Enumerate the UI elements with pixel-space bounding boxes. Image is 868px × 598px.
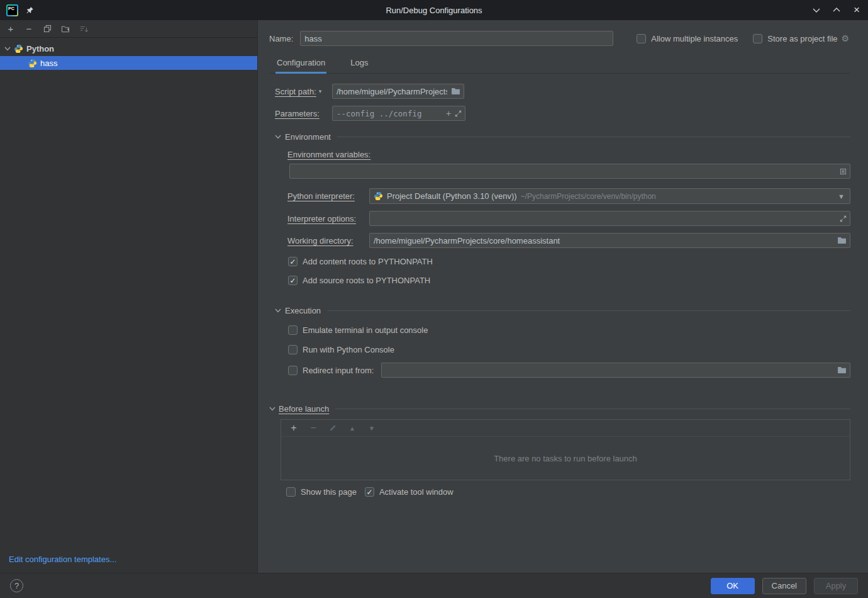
remove-task-icon[interactable]: −	[308, 423, 318, 433]
pycharm-logo-icon[interactable]: PC	[6, 4, 18, 16]
redirect-input-field	[381, 363, 850, 378]
add-source-roots-checkbox[interactable]	[288, 276, 298, 285]
chevron-down-icon	[275, 135, 281, 139]
show-this-page-label: Show this page	[301, 487, 357, 497]
before-launch-section-label: Before launch	[279, 404, 329, 414]
working-directory-label: Working directory:	[287, 236, 369, 245]
execution-section-header[interactable]: Execution	[275, 306, 850, 315]
redirect-input-checkbox[interactable]	[288, 366, 298, 375]
configuration-panel: Name: Allow multiple instances Store as …	[258, 20, 868, 573]
activate-tool-window-label: Activate tool window	[379, 487, 453, 497]
python-icon	[28, 59, 37, 68]
add-source-roots-label: Add source roots to PYTHONPATH	[303, 276, 430, 285]
gear-icon[interactable]: ⚙	[842, 33, 850, 43]
before-launch-tasks-panel: + − ▲ ▼ There are no tasks to run before…	[281, 419, 850, 480]
chevron-down-icon: ▾	[319, 88, 322, 94]
add-content-roots-label: Add content roots to PYTHONPATH	[303, 257, 433, 266]
configurations-sidebar: + −	[0, 20, 258, 573]
tab-logs[interactable]: Logs	[349, 54, 369, 74]
remove-configuration-icon[interactable]: −	[24, 24, 34, 34]
working-directory-input[interactable]	[374, 236, 833, 245]
browse-folder-icon[interactable]	[451, 87, 460, 95]
browse-folder-icon[interactable]	[837, 366, 847, 374]
allow-multiple-instances: Allow multiple instances	[637, 34, 738, 43]
name-field	[300, 31, 613, 46]
new-folder-icon[interactable]	[60, 24, 70, 34]
parameters-field: +	[332, 106, 465, 121]
run-python-console-checkbox[interactable]	[288, 345, 298, 354]
copy-configuration-icon[interactable]	[42, 24, 52, 34]
expand-icon[interactable]	[840, 215, 847, 222]
redirect-input-label: Redirect input from:	[303, 366, 374, 375]
section-rule	[337, 137, 850, 137]
python-icon	[14, 44, 23, 54]
config-tabs: Configuration Logs	[269, 54, 850, 74]
interpreter-options-label: Interpreter options:	[287, 214, 369, 223]
move-up-icon[interactable]: ▲	[347, 423, 357, 433]
working-directory-field	[369, 233, 850, 248]
before-launch-section-header[interactable]: Before launch	[269, 404, 850, 414]
environment-variables-label: Environment variables:	[287, 150, 370, 159]
chevron-down-icon	[4, 47, 11, 51]
interpreter-options-field	[369, 211, 850, 226]
environment-variables-field	[289, 164, 850, 179]
window-close-icon[interactable]: ×	[852, 5, 862, 15]
emulate-terminal-checkbox[interactable]	[288, 325, 298, 335]
store-as-project-file: Store as project file ⚙	[753, 33, 849, 43]
move-down-icon[interactable]: ▼	[367, 423, 377, 433]
edit-task-pencil-icon[interactable]	[328, 423, 338, 433]
tree-group-python[interactable]: Python	[0, 41, 257, 56]
allow-multiple-instances-checkbox[interactable]	[637, 34, 646, 43]
add-content-roots-checkbox[interactable]	[288, 257, 298, 266]
store-as-project-file-checkbox[interactable]	[753, 34, 762, 43]
script-path-selector[interactable]: Script path: ▾	[275, 87, 332, 96]
activate-tool-window-checkbox[interactable]	[365, 487, 374, 497]
ok-button[interactable]: OK	[711, 578, 755, 594]
allow-multiple-instances-label: Allow multiple instances	[651, 34, 738, 43]
environment-section-header[interactable]: Environment	[275, 132, 850, 142]
script-path-field	[332, 84, 464, 99]
parameters-input[interactable]	[337, 109, 442, 118]
name-label: Name:	[269, 34, 293, 43]
sort-configurations-icon[interactable]	[79, 24, 89, 34]
dialog-title: Run/Debug Configurations	[0, 6, 868, 15]
window-chevron-down-icon[interactable]	[811, 5, 821, 15]
pin-icon[interactable]	[25, 5, 35, 15]
python-interpreter-label: Python interpreter:	[287, 191, 369, 201]
show-this-page-checkbox[interactable]	[286, 487, 296, 497]
apply-button[interactable]: Apply	[814, 578, 858, 594]
tab-logs-label: Logs	[350, 58, 368, 67]
add-task-icon[interactable]: +	[289, 423, 299, 433]
dialog-footer: ? OK Cancel Apply	[0, 573, 868, 598]
env-vars-browse-icon[interactable]	[840, 168, 847, 175]
cancel-button[interactable]: Cancel	[762, 578, 806, 594]
environment-variables-input[interactable]	[294, 167, 836, 176]
help-button[interactable]: ?	[10, 579, 23, 592]
tree-item-hass[interactable]: hass	[0, 56, 257, 70]
redirect-input-input[interactable]	[386, 366, 833, 375]
chevron-down-icon	[275, 308, 281, 313]
parameters-label: Parameters:	[275, 109, 320, 118]
window-chevron-up-icon[interactable]	[832, 5, 842, 15]
run-debug-configurations-dialog: PC Run/Debug Configurations × + −	[0, 0, 868, 598]
edit-configuration-templates-link[interactable]: Edit configuration templates...	[9, 555, 116, 564]
interpreter-options-input[interactable]	[374, 214, 836, 223]
environment-section-label: Environment	[285, 132, 331, 142]
expand-icon[interactable]	[455, 110, 462, 117]
name-input[interactable]	[304, 34, 609, 43]
chevron-down-icon	[269, 407, 275, 411]
tree-item-label: hass	[40, 59, 57, 68]
browse-folder-icon[interactable]	[837, 237, 847, 244]
python-interpreter-path-hint: ~/PycharmProjects/core/venv/bin/python	[521, 192, 656, 201]
sidebar-toolbar: + −	[0, 20, 257, 38]
plus-icon[interactable]: +	[446, 108, 451, 118]
tree-group-label: Python	[26, 44, 54, 54]
python-interpreter-combobox[interactable]: Project Default (Python 3.10 (venv)) ~/P…	[369, 188, 850, 204]
python-interpreter-value: Project Default (Python 3.10 (venv))	[387, 191, 517, 201]
tab-configuration[interactable]: Configuration	[275, 54, 326, 74]
before-launch-empty-message: There are no tasks to run before launch	[281, 437, 850, 480]
store-as-project-file-label: Store as project file	[767, 34, 837, 43]
script-path-input[interactable]	[337, 87, 447, 96]
add-configuration-icon[interactable]: +	[6, 24, 16, 34]
execution-section-label: Execution	[285, 306, 321, 315]
